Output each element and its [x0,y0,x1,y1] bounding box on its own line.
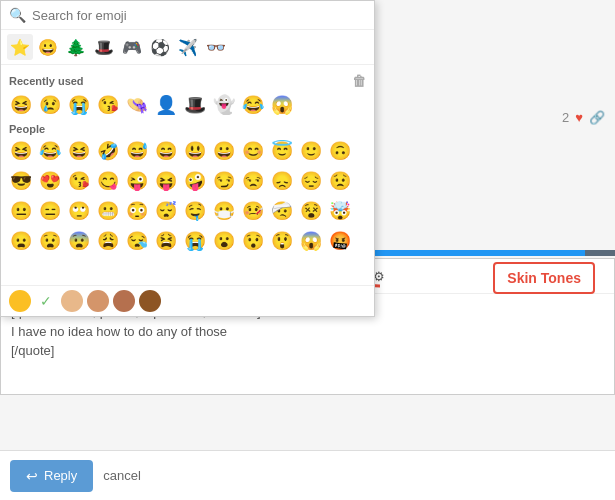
emoji-item[interactable]: 😫 [152,227,180,255]
reply-arrow-icon: ↩ [26,468,38,484]
people-title: People [9,123,366,135]
emoji-item[interactable]: 😦 [7,227,35,255]
emoji-item[interactable]: 😋 [94,167,122,195]
emoji-item[interactable]: 😱 [268,91,296,119]
emoji-item[interactable]: 😞 [268,167,296,195]
bottom-bar: ↩ Reply cancel [0,450,615,500]
emoji-item[interactable]: 😂 [36,137,64,165]
emoji-cat-activities[interactable]: 🎮 [119,34,145,60]
skin-tones-row: ✓ [1,285,374,316]
emoji-item[interactable]: 🤒 [239,197,267,225]
emoji-item[interactable]: 😷 [210,197,238,225]
emoji-scroll-area[interactable]: Recently used 🗑 😆 😢 😭 😘 👒 👤 🎩 👻 😂 😱 Peop… [1,65,374,285]
emoji-item[interactable]: 🤪 [181,167,209,195]
emoji-item[interactable]: 😴 [152,197,180,225]
skin-tone-medium-light[interactable] [87,290,109,312]
emoji-item[interactable]: 😳 [123,197,151,225]
link-icon[interactable]: 🔗 [589,110,605,125]
recently-used-title: Recently used 🗑 [9,73,366,89]
emoji-item[interactable]: 😧 [36,227,64,255]
emoji-item[interactable]: 😍 [36,167,64,195]
cancel-link[interactable]: cancel [103,468,141,483]
people-row-1: 😆 😂 😆 🤣 😅 😄 😃 😀 😊 😇 🙂 🙃 [7,137,368,165]
skin-tone-medium[interactable] [113,290,135,312]
emoji-item[interactable]: 😎 [7,167,35,195]
emoji-item[interactable]: 😭 [181,227,209,255]
emoji-picker: 🔍 ⭐ 😀 🌲 🎩 🎮 ⚽ ✈️ 👓 Recently used 🗑 😆 😢 😭… [0,0,375,317]
skin-tone-dark[interactable] [139,290,161,312]
emoji-category-tabs: ⭐ 😀 🌲 🎩 🎮 ⚽ ✈️ 👓 [1,30,374,65]
emoji-item[interactable]: 😄 [152,137,180,165]
emoji-item[interactable]: 🙂 [297,137,325,165]
heart-icon[interactable]: ♥ [575,110,583,125]
emoji-item[interactable]: 😭 [65,91,93,119]
emoji-item[interactable]: 😑 [36,197,64,225]
divider-bar-right [585,250,615,256]
emoji-item[interactable]: 😮 [210,227,238,255]
emoji-cat-people[interactable]: 😀 [35,34,61,60]
emoji-item[interactable]: 🎩 [181,91,209,119]
emoji-item[interactable]: 🙄 [65,197,93,225]
emoji-search-bar: 🔍 [1,1,374,30]
emoji-item[interactable]: 😯 [239,227,267,255]
emoji-item[interactable]: 😵 [297,197,325,225]
people-row-2: 😎 😍 😘 😋 😜 😝 🤪 😏 😒 😞 😔 😟 [7,167,368,195]
emoji-cat-starred[interactable]: ⭐ [7,34,33,60]
emoji-cat-sports[interactable]: ⚽ [147,34,173,60]
emoji-item[interactable]: 😢 [36,91,64,119]
emoji-item[interactable]: 😱 [297,227,325,255]
emoji-item[interactable]: 😝 [152,167,180,195]
emoji-item[interactable]: 😘 [94,91,122,119]
skin-tone-light[interactable] [61,290,83,312]
skin-tone-check[interactable]: ✓ [35,290,57,312]
skin-tones-annotation: Skin Tones [493,262,595,294]
emoji-item[interactable]: 👤 [152,91,180,119]
emoji-item[interactable]: 😆 [65,137,93,165]
emoji-item[interactable]: 🤣 [94,137,122,165]
emoji-item[interactable]: 🤤 [181,197,209,225]
emoji-cat-objects[interactable]: 🎩 [91,34,117,60]
emoji-item[interactable]: 😩 [94,227,122,255]
emoji-item[interactable]: 😲 [268,227,296,255]
emoji-item[interactable]: 😇 [268,137,296,165]
emoji-item[interactable]: 😔 [297,167,325,195]
people-row-3: 😐 😑 🙄 😬 😳 😴 🤤 😷 🤒 🤕 😵 🤯 [7,197,368,225]
emoji-item[interactable]: 👻 [210,91,238,119]
people-row-4: 😦 😧 😨 😩 😪 😫 😭 😮 😯 😲 😱 🤬 [7,227,368,255]
emoji-item[interactable]: 😒 [239,167,267,195]
emoji-item[interactable]: 😬 [94,197,122,225]
emoji-item[interactable]: 😅 [123,137,151,165]
trash-icon[interactable]: 🗑 [352,73,366,89]
emoji-item[interactable]: 😆 [7,91,35,119]
emoji-item[interactable]: 👒 [123,91,151,119]
reply-button[interactable]: ↩ Reply [10,460,93,492]
emoji-item[interactable]: 😃 [181,137,209,165]
emoji-item[interactable]: 😪 [123,227,151,255]
post-meta: 2 ♥ 🔗 [562,110,605,125]
emoji-item[interactable]: 😐 [7,197,35,225]
search-icon: 🔍 [9,7,26,23]
skin-tones-label: Skin Tones [493,262,595,294]
like-count: 2 [562,110,569,125]
emoji-item[interactable]: 😂 [239,91,267,119]
emoji-item[interactable]: 🙃 [326,137,354,165]
emoji-item[interactable]: 😘 [65,167,93,195]
emoji-item[interactable]: 😜 [123,167,151,195]
emoji-item[interactable]: 😆 [7,137,35,165]
emoji-search-input[interactable] [32,8,366,23]
emoji-item[interactable]: 🤯 [326,197,354,225]
emoji-cat-travel[interactable]: ✈️ [175,34,201,60]
emoji-item[interactable]: 😊 [239,137,267,165]
emoji-item[interactable]: 😟 [326,167,354,195]
emoji-item[interactable]: 🤬 [326,227,354,255]
emoji-item[interactable]: 😨 [65,227,93,255]
emoji-cat-symbols[interactable]: 👓 [203,34,229,60]
emoji-item[interactable]: 😀 [210,137,238,165]
recently-used-row: 😆 😢 😭 😘 👒 👤 🎩 👻 😂 😱 [7,91,368,119]
emoji-item[interactable]: 🤕 [268,197,296,225]
skin-tone-yellow[interactable] [9,290,31,312]
emoji-cat-nature[interactable]: 🌲 [63,34,89,60]
emoji-item[interactable]: 😏 [210,167,238,195]
